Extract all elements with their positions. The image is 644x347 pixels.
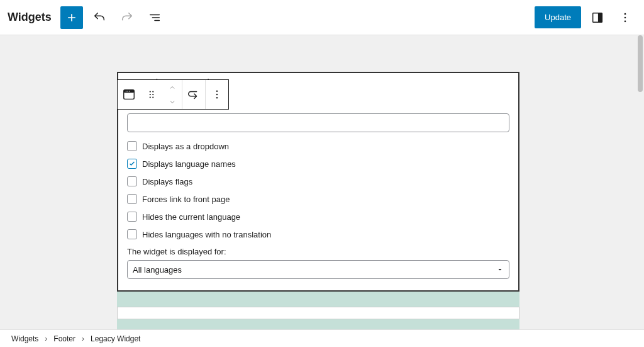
- option-label: Hides languages with no translation: [142, 230, 271, 239]
- settings-panel-toggle[interactable]: [586, 6, 609, 29]
- svg-point-16: [216, 91, 218, 92]
- scrollbar-track[interactable]: [636, 35, 644, 329]
- breadcrumb: Widgets › Footer › Legacy Widget: [0, 329, 644, 347]
- block-toolbar: [117, 79, 229, 110]
- scrollbar-thumb[interactable]: [638, 35, 643, 92]
- svg-point-11: [152, 91, 153, 92]
- top-toolbar: Widgets Update: [0, 0, 644, 35]
- displayed-for-select[interactable]: All languages: [127, 260, 509, 279]
- option-label: Displays as a dropdown: [142, 142, 229, 151]
- option-hide-no-translation: Hides languages with no translation: [127, 229, 509, 239]
- svg-point-15: [152, 96, 153, 98]
- svg-rect-6: [124, 90, 135, 93]
- checkbox[interactable]: [127, 159, 137, 169]
- move-to-widget-area-button[interactable]: [182, 80, 205, 109]
- more-options-button[interactable]: [614, 6, 636, 29]
- checkbox[interactable]: [127, 176, 137, 186]
- checkbox[interactable]: [127, 194, 137, 204]
- select-value: All languages: [133, 265, 182, 275]
- svg-point-10: [150, 91, 151, 92]
- svg-point-4: [625, 20, 626, 22]
- chevron-right-icon: ›: [82, 334, 84, 343]
- option-hide-current: Hides the current language: [127, 212, 509, 222]
- displayed-for-label: The widget is displayed for:: [127, 247, 509, 256]
- svg-point-2: [625, 13, 626, 14]
- svg-point-14: [150, 96, 151, 98]
- svg-point-17: [216, 94, 218, 95]
- chevron-down-icon: [496, 266, 504, 273]
- option-label: Forces link to front page: [142, 195, 230, 204]
- page-title: Widgets: [8, 11, 52, 24]
- breadcrumb-item[interactable]: Footer: [53, 334, 75, 343]
- svg-point-12: [150, 94, 151, 95]
- svg-rect-1: [598, 13, 602, 22]
- chevron-right-icon: ›: [45, 334, 47, 343]
- options-list: Displays as a dropdown Displays language…: [127, 141, 509, 239]
- checkbox[interactable]: [127, 212, 137, 222]
- list-view-button[interactable]: [143, 6, 166, 29]
- undo-button[interactable]: [88, 6, 111, 29]
- option-label: Displays flags: [142, 177, 192, 186]
- breadcrumb-item[interactable]: Legacy Widget: [91, 334, 140, 343]
- option-dropdown: Displays as a dropdown: [127, 141, 509, 151]
- svg-point-13: [152, 94, 153, 95]
- svg-point-18: [216, 97, 218, 98]
- editor-canvas[interactable]: Ohne Kategorie: [0, 35, 636, 329]
- widget-area: Ohne Kategorie: [117, 72, 519, 329]
- option-names: Displays language names: [127, 159, 509, 169]
- move-down-button[interactable]: [163, 94, 182, 109]
- checkbox[interactable]: [127, 229, 137, 239]
- checkbox[interactable]: [127, 141, 137, 151]
- redo-button[interactable]: [116, 6, 138, 29]
- next-block-peek: [117, 307, 519, 319]
- block-type-icon[interactable]: [118, 80, 140, 109]
- option-flags: Displays flags: [127, 176, 509, 186]
- move-up-button[interactable]: [163, 80, 182, 94]
- option-label: Hides the current language: [142, 212, 240, 222]
- add-block-button[interactable]: [60, 6, 83, 29]
- option-label: Displays language names: [142, 159, 236, 169]
- update-button[interactable]: Update: [535, 6, 581, 28]
- title-input[interactable]: [127, 113, 509, 132]
- option-front-page: Forces link to front page: [127, 194, 509, 204]
- svg-point-9: [129, 91, 130, 91]
- block-more-options[interactable]: [206, 80, 228, 109]
- drag-handle[interactable]: [140, 80, 163, 109]
- breadcrumb-item[interactable]: Widgets: [11, 334, 38, 343]
- svg-point-7: [126, 91, 126, 91]
- svg-point-8: [127, 91, 128, 91]
- svg-point-3: [625, 16, 626, 18]
